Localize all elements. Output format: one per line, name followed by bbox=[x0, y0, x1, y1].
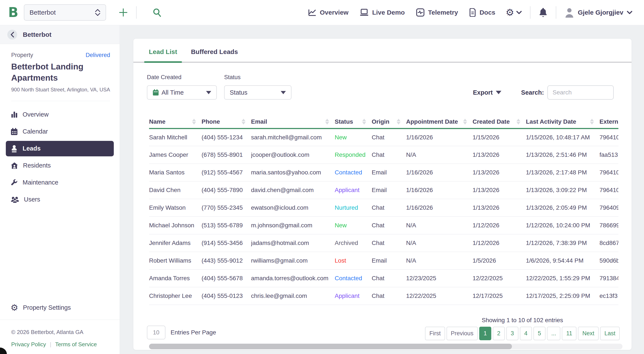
horizontal-scrollbar[interactable] bbox=[149, 344, 622, 349]
export-button[interactable]: Export bbox=[473, 89, 502, 96]
column-header-status[interactable]: Status bbox=[335, 116, 372, 128]
sidebar-item-calendar[interactable]: Calendar bbox=[6, 124, 114, 139]
page-button-11[interactable]: 11 bbox=[562, 327, 576, 340]
caret-down-icon bbox=[281, 91, 286, 94]
nav-link-docs[interactable]: Docs bbox=[469, 8, 495, 17]
betterbot-logo-icon[interactable]: B bbox=[8, 6, 18, 19]
cell-status: Lost bbox=[335, 252, 372, 270]
date-created-dropdown[interactable]: All Time bbox=[147, 86, 217, 100]
export-search-group: Export Search: bbox=[473, 86, 614, 100]
cell-created-date: 1/13/2026 bbox=[472, 146, 526, 164]
privacy-policy-link[interactable]: Privacy Policy bbox=[11, 341, 46, 348]
cell-appointment-date: N/A bbox=[406, 216, 472, 234]
sort-icon[interactable] bbox=[590, 119, 594, 124]
cell-origin: Chat bbox=[372, 199, 406, 216]
page-button-4[interactable]: 4 bbox=[520, 327, 532, 340]
sort-icon[interactable] bbox=[192, 119, 196, 124]
page-button-3[interactable]: 3 bbox=[506, 327, 518, 340]
property-summary: Property Delivered Betterbot Landing Apa… bbox=[0, 44, 120, 101]
column-header-created-date[interactable]: Created Date bbox=[472, 116, 526, 128]
column-header-name[interactable]: Name bbox=[149, 116, 202, 128]
cell-email: rwilliams@gmail.com bbox=[251, 252, 335, 270]
table-row[interactable]: Emily Watson (770) 555-2345 ewatson@iclo… bbox=[149, 199, 618, 216]
page-button-1[interactable]: 1 bbox=[479, 327, 491, 340]
page-button-last[interactable]: Last bbox=[600, 327, 620, 340]
search-input[interactable] bbox=[548, 86, 614, 100]
cell-name: Robert Williams bbox=[149, 252, 202, 270]
cell-phone: (912) 555-4567 bbox=[202, 164, 251, 181]
page-button-5[interactable]: 5 bbox=[534, 327, 546, 340]
chevron-left-icon bbox=[10, 32, 14, 38]
status-dropdown[interactable]: Status bbox=[224, 86, 292, 100]
entries-per-page-select[interactable]: 10 bbox=[147, 326, 166, 340]
page-button-2[interactable]: 2 bbox=[493, 327, 505, 340]
page-button-next[interactable]: Next bbox=[578, 327, 598, 340]
sort-icon[interactable] bbox=[362, 119, 366, 124]
entries-per-page-label: Entries Per Page bbox=[170, 329, 216, 336]
table-row[interactable]: Michael Johnson (513) 555-6789 m.johnson… bbox=[149, 216, 618, 234]
table-row[interactable]: David Chen (404) 555-7890 david.chen@gma… bbox=[149, 181, 618, 199]
table-row[interactable]: Jennifer Adams (914) 555-3456 jadams@hot… bbox=[149, 234, 618, 252]
top-navbar: B Betterbot Overview Live Demo bbox=[0, 0, 644, 25]
sidebar-item-overview[interactable]: Overview bbox=[6, 107, 114, 122]
sidebar-item-property-settings[interactable]: ⚙ Property Settings bbox=[6, 300, 114, 315]
tab-lead-list[interactable]: Lead List bbox=[144, 48, 182, 62]
table-row[interactable]: Maria Santos (912) 555-4567 maria.santos… bbox=[149, 164, 618, 181]
table-row[interactable]: Robert Williams (443) 555-9012 rwilliams… bbox=[149, 252, 618, 270]
back-button[interactable] bbox=[7, 30, 17, 40]
chevron-down-icon bbox=[516, 11, 522, 14]
cell-origin: Chat bbox=[372, 270, 406, 287]
sidebar-item-leads[interactable]: Leads bbox=[6, 141, 114, 156]
sort-icon[interactable] bbox=[463, 119, 467, 124]
cell-name: Emily Watson bbox=[149, 199, 202, 216]
page-button-...[interactable]: ... bbox=[547, 327, 560, 340]
cell-origin: Chat bbox=[372, 216, 406, 234]
sidebar: Betterbot Property Delivered Betterbot L… bbox=[0, 25, 120, 354]
cell-phone: (914) 555-3456 bbox=[202, 234, 251, 252]
sort-icon[interactable] bbox=[242, 119, 246, 124]
page-button-first[interactable]: First bbox=[425, 327, 445, 340]
users-icon bbox=[10, 196, 19, 203]
sidebar-item-maintenance[interactable]: Maintenance bbox=[6, 175, 114, 190]
sort-icon[interactable] bbox=[516, 119, 520, 124]
cell-email: maria.santos@yahoo.com bbox=[251, 164, 335, 181]
sidebar-item-residents[interactable]: Residents bbox=[6, 158, 114, 173]
nav-link-telemetry[interactable]: Telemetry bbox=[416, 8, 458, 17]
column-header-external-id[interactable]: External ID bbox=[600, 116, 618, 128]
table-row[interactable]: Amanda Torres (404) 555-5678 amanda.torr… bbox=[149, 270, 618, 287]
table-row[interactable]: Christopher Lee (404) 555-0123 chris.lee… bbox=[149, 287, 618, 305]
column-header-appointment-date[interactable]: Appointment Date bbox=[406, 116, 472, 128]
tab-buffered-leads[interactable]: Buffered Leads bbox=[186, 48, 243, 62]
nav-link-live-demo[interactable]: Live Demo bbox=[360, 8, 405, 16]
cell-phone: (770) 555-2345 bbox=[202, 199, 251, 216]
user-menu[interactable]: Gjele Gjorgjiev bbox=[564, 7, 632, 18]
nav-link-overview[interactable]: Overview bbox=[308, 9, 348, 16]
page-button-previous[interactable]: Previous bbox=[446, 327, 478, 340]
sort-icon[interactable] bbox=[397, 119, 400, 124]
table-row[interactable]: James Cooper (678) 555-8901 jcooper@outl… bbox=[149, 146, 618, 164]
wrench-icon bbox=[10, 179, 18, 186]
line-chart-icon bbox=[308, 9, 316, 16]
column-header-origin[interactable]: Origin bbox=[372, 116, 406, 128]
column-header-last-activity-date[interactable]: Last Activity Date bbox=[526, 116, 600, 128]
cell-phone: (404) 555-5678 bbox=[202, 270, 251, 287]
status-badge[interactable]: Delivered bbox=[86, 52, 110, 58]
cell-phone: (404) 555-7890 bbox=[202, 181, 251, 199]
add-button[interactable] bbox=[118, 8, 128, 17]
terms-of-service-link[interactable]: Terms of Service bbox=[55, 341, 97, 348]
sort-icon[interactable] bbox=[325, 119, 329, 124]
notifications-button[interactable] bbox=[538, 7, 548, 18]
global-search-icon[interactable] bbox=[152, 8, 162, 18]
scrollbar-thumb[interactable] bbox=[149, 344, 512, 349]
status-filter-label: Status bbox=[224, 74, 292, 81]
column-header-phone[interactable]: Phone bbox=[202, 116, 251, 128]
cell-status: Applicant bbox=[335, 181, 372, 199]
column-header-email[interactable]: Email bbox=[251, 116, 335, 128]
cell-external-id: 796410 bbox=[600, 181, 618, 199]
settings-menu[interactable]: ⚙ bbox=[506, 8, 522, 17]
cell-last-activity-date: 1/13/2026, 3:09:22 PM bbox=[526, 181, 600, 199]
sidebar-header: Betterbot bbox=[0, 25, 120, 44]
sidebar-item-users[interactable]: Users bbox=[6, 192, 114, 207]
table-row[interactable]: Sarah Mitchell (404) 555-1234 sarah.mitc… bbox=[149, 128, 618, 146]
app-selector[interactable]: Betterbot bbox=[24, 4, 106, 21]
